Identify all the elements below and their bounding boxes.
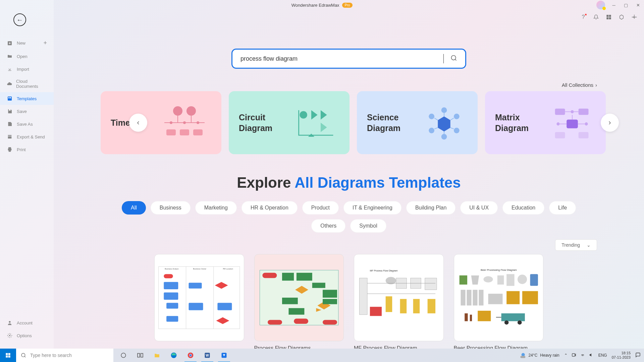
- tray-lang[interactable]: ENG: [598, 353, 607, 358]
- tray-expand-icon[interactable]: ⌃: [564, 353, 568, 358]
- user-icon: [7, 320, 13, 326]
- gear-icon[interactable]: [631, 14, 637, 20]
- nav-templates[interactable]: Templates: [0, 92, 54, 105]
- template-title: Process Flow Diagrams: [254, 345, 344, 349]
- svg-rect-59: [189, 283, 202, 288]
- svg-rect-76: [323, 299, 337, 304]
- sort-dropdown[interactable]: Trending ⌄: [555, 239, 597, 251]
- science-graphic-icon: [421, 101, 468, 144]
- help-icon[interactable]: ?: [580, 14, 586, 20]
- tray-wifi-icon[interactable]: [580, 353, 585, 358]
- all-collections-link[interactable]: All Collections ›: [54, 82, 644, 88]
- taskbar-search[interactable]: Type here to search: [16, 349, 113, 362]
- nav-print[interactable]: Print: [0, 143, 54, 156]
- svg-rect-118: [8, 356, 10, 358]
- folder-icon: [7, 53, 13, 59]
- start-button[interactable]: [0, 349, 16, 362]
- minimize-button[interactable]: ─: [610, 2, 617, 8]
- svg-rect-63: [189, 303, 203, 310]
- svg-rect-110: [470, 315, 472, 321]
- carousel-card-science[interactable]: Science Diagram: [357, 91, 478, 154]
- svg-marker-25: [438, 116, 450, 131]
- tray-notifications-icon[interactable]: [635, 352, 641, 359]
- carousel-next-button[interactable]: ›: [601, 114, 619, 132]
- svg-rect-74: [282, 298, 298, 304]
- nav-cloud-documents[interactable]: Cloud Documents: [0, 75, 54, 92]
- gift-icon[interactable]: [619, 14, 625, 20]
- edge-icon[interactable]: [166, 349, 182, 362]
- filter-ui-ux[interactable]: UI & UX: [460, 201, 498, 215]
- nav-new[interactable]: New +: [0, 36, 54, 50]
- add-plus-icon[interactable]: +: [43, 40, 47, 47]
- carousel-card-circuit[interactable]: Circuit Diagram: [229, 91, 350, 154]
- nav-import[interactable]: Import: [0, 63, 54, 75]
- nav-export-send[interactable]: Export & Send: [0, 130, 54, 143]
- svg-rect-41: [555, 132, 565, 138]
- printer-icon: [7, 146, 13, 153]
- file-explorer-icon[interactable]: [149, 349, 165, 362]
- filter-education[interactable]: Education: [502, 201, 544, 215]
- template-card[interactable]: Beer Processing Flow Diagram Beer Proces…: [454, 254, 544, 349]
- back-arrow-icon: ←: [16, 16, 23, 24]
- bell-icon[interactable]: [593, 14, 599, 20]
- back-button[interactable]: ←: [13, 13, 26, 26]
- tray-datetime[interactable]: 18:15 07-11-2023: [612, 351, 631, 360]
- template-card[interactable]: MF Process Flow Diagram MF Process Flow …: [354, 254, 444, 349]
- svg-rect-57: [164, 274, 173, 278]
- carousel-card-matrix[interactable]: Matrix Diagram: [485, 91, 606, 154]
- chrome-icon[interactable]: [182, 349, 199, 362]
- svg-point-12: [451, 56, 456, 60]
- filter-hr-operation[interactable]: HR & Operation: [241, 201, 298, 215]
- svg-rect-7: [8, 97, 9, 98]
- word-icon[interactable]: W: [199, 349, 215, 362]
- nav-options[interactable]: Options: [0, 329, 54, 342]
- filter-others[interactable]: Others: [311, 219, 345, 233]
- nav-save-as[interactable]: Save As: [0, 118, 54, 130]
- svg-rect-92: [428, 299, 435, 313]
- tray-volume-icon[interactable]: [589, 353, 594, 358]
- nav-account[interactable]: Account: [0, 316, 54, 329]
- grid-icon[interactable]: [606, 14, 612, 20]
- edrawmax-icon[interactable]: [216, 349, 232, 362]
- nav-open[interactable]: Open: [0, 50, 54, 63]
- carousel-prev-button[interactable]: ‹: [129, 114, 147, 132]
- save-icon: [7, 108, 13, 114]
- svg-rect-122: [141, 353, 143, 357]
- svg-rect-83: [360, 278, 367, 314]
- svg-rect-39: [579, 109, 589, 115]
- chevron-right-icon: ›: [595, 82, 597, 88]
- cloud-icon: [7, 81, 12, 87]
- svg-point-24: [300, 111, 307, 118]
- svg-point-120: [121, 353, 126, 358]
- nav-save[interactable]: Save: [0, 105, 54, 118]
- svg-point-20: [197, 121, 199, 124]
- search-input[interactable]: [240, 55, 443, 62]
- svg-point-28: [454, 128, 460, 133]
- filter-all[interactable]: All: [122, 201, 146, 215]
- svg-point-14: [186, 106, 196, 116]
- template-card[interactable]: Process Flow Diagrams: [254, 254, 344, 349]
- filter-marketing[interactable]: Marketing: [195, 201, 237, 215]
- svg-rect-115: [6, 353, 8, 355]
- template-card[interactable]: Business AnalystBusiness OwnerPM Locatio…: [154, 254, 244, 349]
- maximize-button[interactable]: ▢: [623, 2, 629, 8]
- filter-building-plan[interactable]: Building Plan: [406, 201, 455, 215]
- search-box[interactable]: [231, 49, 466, 69]
- search-icon[interactable]: [450, 55, 457, 63]
- filter-life[interactable]: Life: [549, 201, 576, 215]
- nav-label: Save As: [17, 122, 33, 127]
- filter-symbol[interactable]: Symbol: [350, 219, 386, 233]
- carousel-card-timeline[interactable]: Timeline: [101, 91, 221, 154]
- task-view-icon[interactable]: [132, 349, 148, 362]
- nav-label: New: [17, 41, 25, 46]
- weather-widget[interactable]: 24°C Heavy rain: [519, 352, 559, 359]
- svg-line-37: [434, 118, 438, 120]
- svg-rect-1: [609, 15, 611, 17]
- avatar[interactable]: [596, 1, 605, 9]
- close-button[interactable]: ✕: [635, 2, 641, 8]
- filter-product[interactable]: Product: [302, 201, 339, 215]
- tray-meet-icon[interactable]: [572, 353, 576, 358]
- filter-it-engineering[interactable]: IT & Engineering: [343, 201, 401, 215]
- filter-business[interactable]: Business: [151, 201, 191, 215]
- cortana-icon[interactable]: [115, 349, 131, 362]
